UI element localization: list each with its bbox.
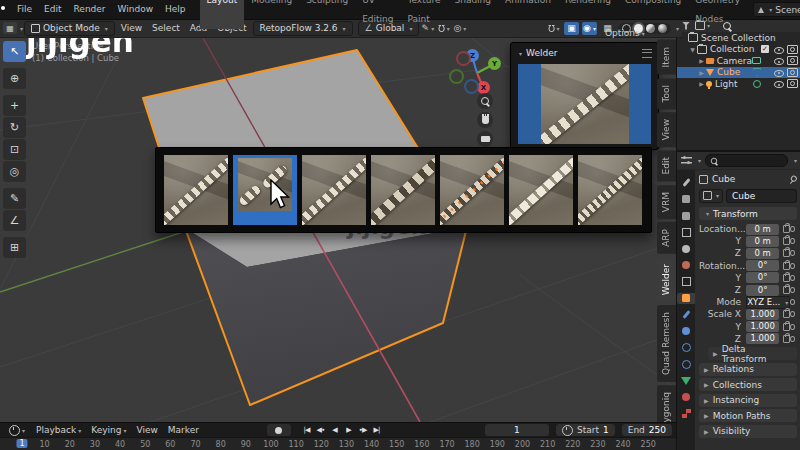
camera-view-button[interactable]: [477, 131, 493, 147]
transform-panel-header[interactable]: ▾ Transform: [699, 207, 797, 220]
checkbox-icon[interactable]: ✓: [761, 45, 769, 53]
value-field[interactable]: 0°: [746, 272, 779, 283]
lock-icon[interactable]: [783, 335, 790, 343]
axis-y-ball[interactable]: Y: [488, 57, 501, 70]
frame-range-start[interactable]: Start1: [556, 424, 615, 436]
sidebar-tab-quad-remesh[interactable]: Quad Remesh: [657, 305, 676, 382]
axis-neg-x-ball[interactable]: [456, 51, 471, 66]
physics-tab[interactable]: [677, 342, 695, 353]
value-field[interactable]: 1.000: [746, 333, 779, 344]
section-relations[interactable]: ▶Relations: [699, 363, 797, 376]
animate-property-dot[interactable]: [790, 311, 795, 317]
workspace-tab-shading[interactable]: Shading: [447, 0, 498, 29]
scene-tab[interactable]: [677, 243, 695, 254]
value-field[interactable]: 0°: [746, 260, 779, 271]
pan-button[interactable]: [477, 112, 493, 128]
tool-tab[interactable]: [677, 177, 695, 188]
jump-to-start-button[interactable]: |◀: [300, 424, 313, 436]
section-motion-paths[interactable]: ▶Motion Paths: [699, 409, 797, 422]
lock-icon[interactable]: [783, 310, 790, 318]
section-instancing[interactable]: ▶Instancing: [699, 394, 797, 407]
measure-tool[interactable]: ∠: [3, 210, 26, 231]
modifiers-tab[interactable]: [677, 309, 695, 320]
outliner-row-camera[interactable]: ▶Camera: [677, 55, 800, 67]
workspace-tab-animation[interactable]: Animation: [498, 0, 558, 29]
zoom-button[interactable]: [477, 93, 493, 109]
weld-preview-5[interactable]: [440, 155, 504, 225]
workspace-tab-uv-editing[interactable]: UV Editing: [355, 0, 400, 29]
weld-preview-1[interactable]: [164, 155, 228, 225]
frame-range-end[interactable]: End250: [622, 424, 672, 436]
animate-property-dot[interactable]: [790, 275, 795, 281]
value-field[interactable]: 0 m: [746, 236, 779, 247]
menu-file[interactable]: File: [11, 0, 38, 19]
sidebar-tab-arp[interactable]: ARP: [657, 222, 676, 254]
outliner-row-scene-collection[interactable]: Scene Collection: [677, 32, 800, 44]
lock-icon[interactable]: [783, 323, 790, 331]
object-type-dropdown[interactable]: ▾: [699, 189, 723, 203]
sidebar-tab-vrm[interactable]: VRM: [657, 185, 676, 219]
camera-restrict-icon[interactable]: [787, 68, 798, 77]
eye-icon[interactable]: [774, 68, 784, 77]
animate-property-dot[interactable]: [790, 336, 795, 342]
value-field[interactable]: 1.000: [746, 309, 779, 320]
eye-icon[interactable]: [774, 79, 784, 88]
object-name-field[interactable]: Cube: [726, 189, 797, 203]
viewport-menu-view[interactable]: View: [116, 23, 147, 33]
add-primitive-tool[interactable]: ⊞: [3, 237, 26, 258]
camera-restrict-icon[interactable]: [787, 45, 798, 54]
next-keyframe-button[interactable]: ∙▶: [356, 424, 369, 436]
value-field[interactable]: 1.000: [746, 321, 779, 332]
sidebar-tab-item[interactable]: Item: [657, 40, 676, 75]
weld-preview-3[interactable]: [302, 155, 366, 225]
rotation-mode-dropdown[interactable]: XYZ E...▾: [746, 296, 790, 309]
play-reverse-button[interactable]: ◀: [328, 424, 341, 436]
sidebar-tab-view[interactable]: View: [657, 112, 676, 147]
weld-preview-selected[interactable]: [518, 64, 651, 144]
expander-icon[interactable]: ▶: [697, 80, 706, 87]
eye-icon[interactable]: [774, 45, 784, 54]
menu-help[interactable]: Help: [159, 0, 192, 19]
animate-property-dot[interactable]: [790, 287, 795, 293]
play-button[interactable]: ▶: [342, 424, 355, 436]
animate-property-dot[interactable]: [790, 324, 795, 330]
value-field[interactable]: 0 m: [746, 248, 779, 259]
view-navigation-gizmo[interactable]: Z Y X: [444, 43, 506, 103]
workspace-tab-texture-paint[interactable]: Texture Paint: [401, 0, 448, 29]
auto-keying-button[interactable]: [267, 424, 291, 436]
weld-preview-6[interactable]: [509, 155, 573, 225]
cursor-tool[interactable]: ⊕: [3, 68, 26, 89]
lock-icon[interactable]: [783, 237, 790, 245]
camera-restrict-icon[interactable]: [787, 79, 798, 88]
view-layer-tab[interactable]: [677, 227, 695, 238]
timeline-menu-playback[interactable]: Playback▾: [31, 425, 86, 435]
value-field[interactable]: 0 m: [746, 224, 779, 235]
lock-icon[interactable]: [783, 262, 790, 270]
axis-neg-y-ball[interactable]: [449, 69, 464, 84]
output-tab[interactable]: [677, 210, 695, 221]
options-dropdown[interactable]: Options▾: [605, 28, 645, 38]
properties-search-input[interactable]: [705, 154, 788, 167]
eye-icon[interactable]: [774, 56, 784, 65]
rotate-tool[interactable]: ↻: [3, 117, 26, 138]
lock-icon[interactable]: [783, 274, 790, 282]
expander-icon[interactable]: ▶: [697, 57, 706, 64]
workspace-tab-sculpting[interactable]: Sculpting: [299, 0, 355, 29]
lock-icon[interactable]: [783, 225, 790, 233]
animate-property-dot[interactable]: [790, 250, 795, 256]
collapse-icon[interactable]: ▾: [519, 50, 522, 57]
workspace-tab-modeling[interactable]: Modeling: [244, 0, 299, 29]
sidebar-tab-tool[interactable]: Tool: [657, 78, 676, 109]
editor-type-icon[interactable]: ▦: [3, 22, 17, 34]
annotate-tool[interactable]: ✎: [3, 188, 26, 209]
timeline-ruler[interactable]: 1102030405060708090100110120130140150160…: [0, 437, 676, 450]
camera-restrict-icon[interactable]: [787, 56, 798, 65]
current-frame-field[interactable]: 1: [485, 424, 549, 436]
expander-icon[interactable]: ▼: [688, 46, 697, 53]
render-tab[interactable]: [677, 194, 695, 205]
panel-menu-icon[interactable]: [642, 49, 652, 58]
filter-dropdown-icon[interactable]: ▾: [794, 157, 797, 164]
sidebar-tab-edit[interactable]: Edit: [657, 150, 676, 181]
timeline-editor-icon[interactable]: ▾: [4, 425, 30, 436]
pin-icon[interactable]: [786, 173, 799, 186]
